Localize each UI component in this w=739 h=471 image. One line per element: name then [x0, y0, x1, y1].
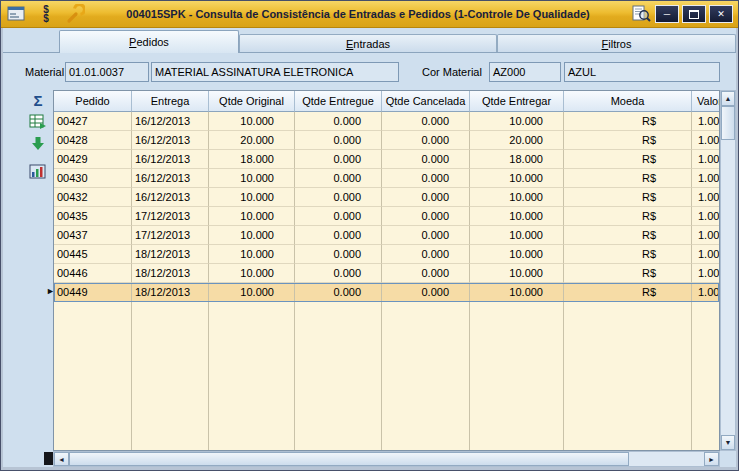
material-desc-field[interactable]: MATERIAL ASSINATURA ELETRONICA	[151, 62, 399, 82]
grid-cell-qtde_original[interactable]: 10.000	[209, 264, 295, 283]
grid-cell-valor[interactable]: 1.00	[692, 169, 720, 188]
grid-cell-qtde_entregue[interactable]: 0.000	[295, 226, 382, 245]
grid-cell-pedido[interactable]: 00449	[54, 283, 132, 302]
cor-code-field[interactable]: AZ000	[489, 62, 561, 82]
title-bar[interactable]: $ $ 004015SPK - Consulta de Consistência…	[1, 1, 738, 28]
export-grid-icon[interactable]	[28, 112, 48, 132]
wrench-icon[interactable]	[64, 4, 86, 24]
grid-row[interactable]: 0042716/12/201310.0000.0000.00010.000R$1…	[54, 112, 719, 131]
grid-cell-pedido[interactable]: 00435	[54, 207, 132, 226]
scroll-right-button[interactable]: ►	[704, 452, 719, 466]
horizontal-scrollbar-track[interactable]	[629, 452, 704, 466]
grid-cell-moeda[interactable]: R$	[564, 245, 692, 264]
grid-cell-qtde_original[interactable]: 10.000	[209, 207, 295, 226]
grid-cell-entrega[interactable]: 16/12/2013	[132, 188, 209, 207]
material-code-field[interactable]: 01.01.0037	[65, 62, 149, 82]
grid-cell-valor[interactable]: 1.00	[692, 112, 720, 131]
tab-pedidos[interactable]: Pedidos	[59, 30, 239, 53]
horizontal-scrollbar[interactable]: ◄ ►	[53, 451, 720, 467]
grid-cell-qtde_original[interactable]: 20.000	[209, 131, 295, 150]
grid-cell-qtde_entregar[interactable]: 10.000	[470, 283, 564, 302]
grid-cell-qtde_entregue[interactable]: 0.000	[295, 188, 382, 207]
grid-cell-qtde_cancelada[interactable]: 0.000	[382, 207, 470, 226]
tab-entradas[interactable]: Entradas	[239, 34, 497, 52]
vertical-scrollbar-track[interactable]	[721, 140, 735, 435]
grid-cell-entrega[interactable]: 17/12/2013	[132, 207, 209, 226]
grid-cell-qtde_cancelada[interactable]: 0.000	[382, 283, 470, 302]
grid-cell-qtde_entregar[interactable]: 10.000	[470, 226, 564, 245]
maximize-button[interactable]	[682, 5, 706, 23]
cor-desc-field[interactable]: AZUL	[564, 62, 720, 82]
grid-cell-qtde_cancelada[interactable]: 0.000	[382, 188, 470, 207]
grid-cell-qtde_cancelada[interactable]: 0.000	[382, 245, 470, 264]
export-down-icon[interactable]	[28, 134, 48, 154]
grid-cell-moeda[interactable]: R$	[564, 226, 692, 245]
grid-row[interactable]: 0043216/12/201310.0000.0000.00010.000R$1…	[54, 188, 719, 207]
vertical-scrollbar[interactable]: ▲ ▼	[720, 90, 736, 451]
grid-cell-moeda[interactable]: R$	[564, 264, 692, 283]
grid-cell-entrega[interactable]: 16/12/2013	[132, 150, 209, 169]
grid-cell-qtde_original[interactable]: 10.000	[209, 283, 295, 302]
grid-row[interactable]: 0042916/12/201318.0000.0000.00018.000R$1…	[54, 150, 719, 169]
grid-cell-qtde_entregue[interactable]: 0.000	[295, 150, 382, 169]
grid-cell-pedido[interactable]: 00430	[54, 169, 132, 188]
grid-cell-moeda[interactable]: R$	[564, 188, 692, 207]
grid-cell-qtde_original[interactable]: 10.000	[209, 112, 295, 131]
grid-cell-entrega[interactable]: 16/12/2013	[132, 131, 209, 150]
grid-cell-qtde_original[interactable]: 10.000	[209, 188, 295, 207]
grid-cell-valor[interactable]: 1.00	[692, 226, 720, 245]
grid-cell-entrega[interactable]: 16/12/2013	[132, 112, 209, 131]
grid-row[interactable]: 0042816/12/201320.0000.0000.00020.000R$1…	[54, 131, 719, 150]
grid-cell-moeda[interactable]: R$	[564, 283, 692, 302]
grid-cell-qtde_entregar[interactable]: 10.000	[470, 169, 564, 188]
grid-row[interactable]: 0043517/12/201310.0000.0000.00010.000R$1…	[54, 207, 719, 226]
grid-cell-qtde_cancelada[interactable]: 0.000	[382, 169, 470, 188]
grid-cell-valor[interactable]: 1.00	[692, 245, 720, 264]
grid-cell-qtde_entregar[interactable]: 10.000	[470, 264, 564, 283]
grid-cell-qtde_original[interactable]: 10.000	[209, 169, 295, 188]
grid-cell-pedido[interactable]: 00427	[54, 112, 132, 131]
grid-cell-qtde_cancelada[interactable]: 0.000	[382, 112, 470, 131]
grid-cell-qtde_cancelada[interactable]: 0.000	[382, 131, 470, 150]
scroll-down-button[interactable]: ▼	[721, 435, 735, 450]
grid-cell-valor[interactable]: 1.00	[692, 264, 720, 283]
grid-cell-entrega[interactable]: 18/12/2013	[132, 245, 209, 264]
grid-row[interactable]: 0044618/12/201310.0000.0000.00010.000R$1…	[54, 264, 719, 283]
grid-cell-pedido[interactable]: 00446	[54, 264, 132, 283]
grid-cell-moeda[interactable]: R$	[564, 207, 692, 226]
grid-cell-valor[interactable]: 1.00	[692, 188, 720, 207]
grid-cell-valor[interactable]: 1.00	[692, 150, 720, 169]
grid-cell-qtde_original[interactable]: 18.000	[209, 150, 295, 169]
grid-cell-qtde_cancelada[interactable]: 0.000	[382, 226, 470, 245]
grid-row[interactable]: 0044518/12/201310.0000.0000.00010.000R$1…	[54, 245, 719, 264]
grid-cell-pedido[interactable]: 00428	[54, 131, 132, 150]
grid-cell-entrega[interactable]: 16/12/2013	[132, 169, 209, 188]
grid-cell-valor[interactable]: 1.00	[692, 283, 720, 302]
grid-cell-qtde_original[interactable]: 10.000	[209, 226, 295, 245]
grid-cell-pedido[interactable]: 00429	[54, 150, 132, 169]
grid-cell-moeda[interactable]: R$	[564, 169, 692, 188]
grid-cell-qtde_entregar[interactable]: 18.000	[470, 150, 564, 169]
vertical-scrollbar-thumb[interactable]	[721, 106, 735, 140]
horizontal-scrollbar-thumb[interactable]	[69, 452, 629, 466]
grid-cell-qtde_original[interactable]: 10.000	[209, 245, 295, 264]
grid-cell-moeda[interactable]: R$	[564, 150, 692, 169]
sum-icon[interactable]: Σ	[28, 90, 48, 110]
grid-row[interactable]: 0043016/12/201310.0000.0000.00010.000R$1…	[54, 169, 719, 188]
grid-cell-qtde_entregue[interactable]: 0.000	[295, 245, 382, 264]
grid-row[interactable]: 0043717/12/201310.0000.0000.00010.000R$1…	[54, 226, 719, 245]
grid-cell-qtde_entregue[interactable]: 0.000	[295, 131, 382, 150]
grid-cell-qtde_entregue[interactable]: 0.000	[295, 264, 382, 283]
grid-cell-entrega[interactable]: 18/12/2013	[132, 264, 209, 283]
grid-cell-qtde_entregar[interactable]: 10.000	[470, 207, 564, 226]
grid-cell-qtde_entregar[interactable]: 10.000	[470, 112, 564, 131]
grid-cell-qtde_entregar[interactable]: 10.000	[470, 188, 564, 207]
scroll-left-button[interactable]: ◄	[54, 452, 69, 466]
app-form-icon[interactable]	[6, 4, 28, 24]
grid-cell-qtde_entregue[interactable]: 0.000	[295, 207, 382, 226]
minimize-button[interactable]: ─	[655, 5, 679, 23]
search-document-icon[interactable]	[630, 4, 652, 24]
grid-cell-qtde_cancelada[interactable]: 0.000	[382, 150, 470, 169]
grid-cell-qtde_entregue[interactable]: 0.000	[295, 112, 382, 131]
chart-icon[interactable]	[28, 162, 48, 182]
